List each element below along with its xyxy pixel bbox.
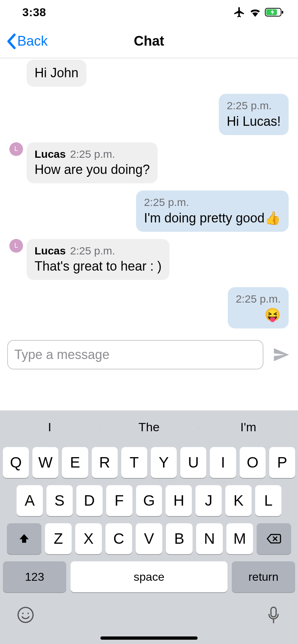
message-meta: Lucas2:25 p.m.	[35, 147, 150, 161]
message-text: 😝	[265, 307, 281, 322]
key-backspace[interactable]	[257, 523, 291, 554]
incoming-bubble[interactable]: Hi John	[27, 60, 86, 87]
back-button[interactable]: Back	[0, 33, 48, 49]
chat-area[interactable]: Hi John2:25 p.m.Hi Lucas!LLucas2:25 p.m.…	[0, 58, 298, 328]
nav-bar: Back Chat	[0, 24, 298, 58]
incoming-bubble[interactable]: Lucas2:25 p.m.How are you doing?	[27, 142, 158, 184]
key-b[interactable]: B	[166, 523, 193, 554]
shift-icon	[18, 533, 30, 545]
timestamp: 2:25 p.m.	[236, 292, 281, 306]
wifi-icon	[249, 8, 261, 17]
outgoing-bubble[interactable]: 2:25 p.m.I'm doing pretty good👍	[136, 190, 289, 232]
message-meta: Lucas2:25 p.m.	[35, 244, 162, 258]
message-row: Hi John	[9, 60, 289, 87]
suggestion[interactable]: I	[0, 420, 99, 434]
svg-rect-6	[271, 607, 276, 617]
key-o[interactable]: O	[240, 447, 266, 478]
keyboard: ITheI'm QWERTYUIOP ASDFGHJKL ZXCVBNM 123…	[0, 410, 298, 644]
avatar: L	[9, 239, 23, 253]
airplane-mode-icon	[233, 6, 245, 18]
svg-point-3	[18, 607, 33, 622]
key-z[interactable]: Z	[45, 523, 72, 554]
key-g[interactable]: G	[136, 485, 162, 516]
key-space[interactable]: space	[71, 561, 227, 592]
send-button[interactable]	[271, 345, 291, 364]
message-text: How are you doing?	[35, 162, 150, 177]
key-e[interactable]: E	[62, 447, 88, 478]
key-q[interactable]: Q	[3, 447, 29, 478]
svg-point-4	[22, 613, 24, 614]
status-icons	[233, 6, 284, 18]
key-d[interactable]: D	[76, 485, 103, 516]
emoji-keyboard-button[interactable]	[17, 606, 35, 625]
home-indicator[interactable]	[100, 636, 198, 640]
timestamp: 2:25 p.m.	[70, 244, 115, 258]
key-c[interactable]: C	[105, 523, 132, 554]
mic-icon	[266, 606, 281, 625]
key-p[interactable]: P	[269, 447, 295, 478]
timestamp: 2:25 p.m.	[227, 99, 272, 112]
message-row: 2:25 p.m.😝	[9, 287, 289, 328]
suggestion[interactable]: I'm	[199, 420, 298, 434]
message-row: LLucas2:25 p.m.That's great to hear : )	[9, 239, 289, 280]
svg-rect-2	[282, 11, 283, 14]
message-text: Hi Lucas!	[227, 114, 281, 129]
message-input[interactable]	[7, 340, 263, 369]
incoming-bubble[interactable]: Lucas2:25 p.m.That's great to hear : )	[27, 239, 170, 280]
message-input-bar	[0, 336, 298, 374]
dictation-button[interactable]	[266, 606, 281, 625]
key-h[interactable]: H	[166, 485, 192, 516]
key-k[interactable]: K	[225, 485, 252, 516]
key-t[interactable]: T	[121, 447, 147, 478]
outgoing-bubble[interactable]: 2:25 p.m.Hi Lucas!	[219, 94, 289, 135]
key-r[interactable]: R	[92, 447, 118, 478]
key-v[interactable]: V	[136, 523, 162, 554]
send-icon	[272, 346, 290, 363]
key-s[interactable]: S	[46, 485, 73, 516]
keyboard-row-1: QWERTYUIOP	[3, 447, 295, 478]
message-meta: 2:25 p.m.	[144, 196, 281, 209]
backspace-icon	[267, 533, 281, 544]
sender-name: Lucas	[35, 244, 66, 258]
key-a[interactable]: A	[17, 485, 43, 516]
timestamp: 2:25 p.m.	[144, 196, 189, 209]
key-u[interactable]: U	[180, 447, 206, 478]
outgoing-bubble[interactable]: 2:25 p.m.😝	[228, 287, 289, 328]
key-n[interactable]: N	[196, 523, 223, 554]
sender-name: Lucas	[35, 147, 66, 161]
key-j[interactable]: J	[195, 485, 222, 516]
message-row: 2:25 p.m.Hi Lucas!	[9, 94, 289, 135]
keyboard-suggestions: ITheI'm	[0, 410, 298, 443]
key-numbers[interactable]: 123	[3, 561, 66, 592]
keyboard-row-3: ZXCVBNM	[3, 523, 295, 554]
key-l[interactable]: L	[255, 485, 281, 516]
battery-charging-icon	[265, 8, 284, 17]
keyboard-row-4: 123 space return	[3, 561, 295, 592]
key-m[interactable]: M	[226, 523, 253, 554]
status-bar: 3:38	[0, 0, 298, 24]
avatar: L	[9, 142, 23, 156]
key-return[interactable]: return	[232, 561, 295, 592]
message-text: I'm doing pretty good👍	[144, 211, 281, 225]
message-row: LLucas2:25 p.m.How are you doing?	[9, 142, 289, 184]
message-meta: 2:25 p.m.	[236, 292, 281, 306]
key-x[interactable]: X	[75, 523, 102, 554]
emoji-icon	[17, 606, 35, 624]
timestamp: 2:25 p.m.	[70, 147, 115, 161]
svg-point-5	[27, 613, 29, 614]
message-meta: 2:25 p.m.	[227, 99, 281, 112]
keyboard-row-2: ASDFGHJKL	[3, 485, 295, 516]
chevron-left-icon	[6, 33, 16, 49]
message-text: Hi John	[35, 65, 78, 80]
key-y[interactable]: Y	[151, 447, 177, 478]
key-w[interactable]: W	[32, 447, 58, 478]
key-i[interactable]: I	[210, 447, 236, 478]
key-shift[interactable]	[7, 523, 41, 554]
back-label: Back	[17, 33, 48, 49]
status-time: 3:38	[22, 6, 46, 19]
key-f[interactable]: F	[106, 485, 132, 516]
suggestion[interactable]: The	[99, 420, 199, 434]
message-text: That's great to hear : )	[35, 259, 162, 273]
message-row: 2:25 p.m.I'm doing pretty good👍	[9, 190, 289, 232]
